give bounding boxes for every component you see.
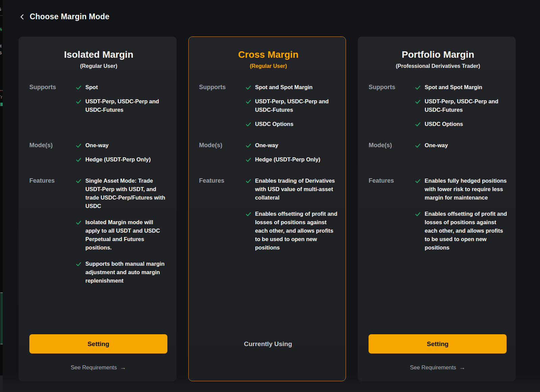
list-item: Enables fully hedged positions with lowe… xyxy=(414,177,507,202)
page-title: Choose Margin Mode xyxy=(30,12,109,21)
section-label: Supports xyxy=(369,83,414,141)
section-items: Spot and Spot MarginUSDT-Perp, USDC-Perp… xyxy=(245,83,338,141)
background-app-edge-sliver: S % H .5 Tr xyxy=(0,0,3,392)
list-item: Spot and Spot Margin xyxy=(245,83,338,92)
section-items: Enables trading of Derivatives with USD … xyxy=(245,177,338,260)
edge-divider xyxy=(0,15,3,16)
list-item: Single Asset Mode: Trade USDT-Perp with … xyxy=(75,177,168,210)
section-items: One-way xyxy=(414,141,507,177)
check-icon xyxy=(245,84,252,91)
check-icon xyxy=(245,121,252,128)
check-icon xyxy=(245,178,252,184)
check-icon xyxy=(414,211,421,217)
list-item-text: Hedge (USDT-Perp Only) xyxy=(255,155,320,164)
check-icon xyxy=(245,98,252,105)
list-item-text: One-way xyxy=(425,141,448,150)
list-item: USDT-Perp, USDC-Perp and USDC-Futures xyxy=(75,97,168,114)
section-features: FeaturesSingle Asset Mode: Trade USDT-Pe… xyxy=(29,177,168,293)
list-item-text: Supports both manual margin adjustment a… xyxy=(85,260,168,285)
edge-percent-fragment: % xyxy=(0,27,2,31)
card-sections: SupportsSpot and Spot MarginUSDT-Perp, U… xyxy=(199,83,338,260)
list-item: USDC Options xyxy=(245,120,338,128)
setting-button[interactable]: Setting xyxy=(29,334,167,354)
check-icon xyxy=(75,261,82,267)
list-item: USDT-Perp, USDC-Perp and USDC-Futures xyxy=(414,97,507,114)
check-icon xyxy=(75,219,82,226)
list-item-text: Enables offsetting of profit and losses … xyxy=(255,210,338,252)
list-item: Enables trading of Derivatives with USD … xyxy=(245,177,338,202)
list-item-text: One-way xyxy=(255,141,278,150)
see-requirements-link[interactable]: See Requirements→ xyxy=(71,363,126,371)
card-link-row: See Requirements→ xyxy=(369,363,507,371)
edge-text-fragment: Tr xyxy=(0,95,2,99)
list-item-text: Hedge (USDT-Perp Only) xyxy=(85,155,151,164)
card-sections: SupportsSpotUSDT-Perp, USDC-Perp and USD… xyxy=(29,83,168,293)
list-item-text: One-way xyxy=(85,141,109,150)
card-action: Setting xyxy=(369,334,507,354)
list-item-text: Single Asset Mode: Trade USDT-Perp with … xyxy=(85,177,168,210)
section-label: Features xyxy=(369,177,414,260)
chevron-left-icon xyxy=(19,14,26,20)
list-item: Enables offsetting of profit and losses … xyxy=(245,210,338,252)
check-icon xyxy=(414,142,421,149)
card-footer: Setting See Requirements→ xyxy=(29,334,167,371)
section-supports: SupportsSpotUSDT-Perp, USDC-Perp and USD… xyxy=(29,83,168,141)
edge-green-marker xyxy=(0,103,3,106)
card-title: Cross Margin xyxy=(199,49,338,60)
card-link-row: See Requirements→ xyxy=(29,363,167,371)
list-item: Supports both manual margin adjustment a… xyxy=(75,260,168,285)
list-item-text: Spot xyxy=(85,83,98,92)
list-item-text: Spot and Spot Margin xyxy=(425,83,482,92)
list-item-text: Enables fully hedged positions with lowe… xyxy=(425,177,507,202)
card-footer: Currently Using xyxy=(199,334,337,371)
section-label: Supports xyxy=(199,83,245,141)
edge-text-fragment: .5 xyxy=(0,51,2,55)
section-modes: Mode(s)One-wayHedge (USDT-Perp Only) xyxy=(29,141,168,177)
list-item-text: USDC Options xyxy=(425,120,463,128)
list-item-text: Spot and Spot Margin xyxy=(255,83,313,92)
list-item: Hedge (USDT-Perp Only) xyxy=(245,155,338,164)
list-item-text: USDC Options xyxy=(255,120,294,128)
section-features: FeaturesEnables trading of Derivatives w… xyxy=(199,177,338,260)
edge-bottom-panel xyxy=(0,375,3,392)
section-modes: Mode(s)One-way xyxy=(369,141,507,177)
list-item: One-way xyxy=(75,141,168,150)
edge-text-fragment: S xyxy=(0,7,1,11)
list-item: One-way xyxy=(245,141,338,150)
check-icon xyxy=(75,156,82,163)
card-title: Isolated Margin xyxy=(29,49,168,60)
check-icon xyxy=(75,98,82,105)
arrow-right-icon: → xyxy=(120,363,126,371)
setting-button[interactable]: Setting xyxy=(369,334,507,354)
section-items: SpotUSDT-Perp, USDC-Perp and USDC-Future… xyxy=(75,83,168,141)
card-portfolio-margin: Portfolio Margin (Professional Derivativ… xyxy=(358,36,516,381)
check-icon xyxy=(414,98,421,105)
back-button[interactable] xyxy=(19,13,26,21)
section-modes: Mode(s)One-wayHedge (USDT-Perp Only) xyxy=(199,141,338,177)
list-item: One-way xyxy=(414,141,507,150)
list-item: Spot and Spot Margin xyxy=(414,83,507,92)
edge-green-volume-bar xyxy=(0,292,3,344)
list-item: Isolated Margin mode will apply to all U… xyxy=(75,218,168,252)
section-label: Supports xyxy=(29,83,75,141)
section-items: Spot and Spot MarginUSDT-Perp, USDC-Perp… xyxy=(414,83,507,141)
see-requirements-label: See Requirements xyxy=(71,363,117,371)
card-isolated-margin: Isolated Margin (Regular User) SupportsS… xyxy=(19,36,177,381)
list-item: USDT-Perp, USDC-Perp and USDC-Futures xyxy=(245,97,338,114)
list-item: Enables offsetting of profit and losses … xyxy=(414,210,507,252)
see-requirements-link[interactable]: See Requirements→ xyxy=(410,363,465,371)
check-icon xyxy=(245,156,252,163)
edge-text-fragment: H xyxy=(0,44,1,48)
section-items: Single Asset Mode: Trade USDT-Perp with … xyxy=(75,177,168,293)
card-footer: Setting See Requirements→ xyxy=(369,334,507,371)
card-subtitle: (Regular User) xyxy=(199,63,338,70)
section-label: Features xyxy=(29,177,75,293)
section-supports: SupportsSpot and Spot MarginUSDT-Perp, U… xyxy=(199,83,338,141)
card-subtitle: (Professional Derivatives Trader) xyxy=(369,63,507,70)
check-icon xyxy=(75,142,82,149)
check-icon xyxy=(414,84,421,91)
check-icon xyxy=(245,142,252,149)
section-items: One-wayHedge (USDT-Perp Only) xyxy=(245,141,338,177)
card-subtitle: (Regular User) xyxy=(29,63,168,70)
check-icon xyxy=(75,84,82,91)
